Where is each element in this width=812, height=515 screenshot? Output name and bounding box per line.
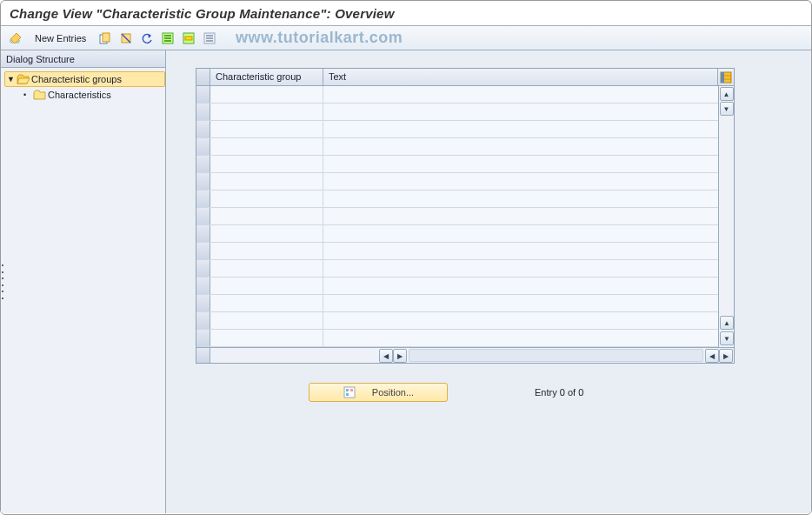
cell-text[interactable] — [323, 138, 718, 155]
cell-input[interactable] — [323, 157, 718, 173]
row-selector[interactable] — [196, 208, 210, 224]
row-selector[interactable] — [196, 138, 210, 155]
cell-characteristic-group[interactable] — [210, 121, 323, 137]
cell-input[interactable] — [210, 104, 323, 121]
scroll-down-button[interactable]: ▼ — [720, 102, 734, 116]
row-selector[interactable] — [196, 104, 210, 120]
cell-characteristic-group[interactable] — [210, 312, 323, 329]
expand-collapse-icon[interactable]: ▼ — [7, 75, 16, 84]
cell-text[interactable] — [323, 156, 718, 172]
splitter-handle[interactable] — [1, 264, 4, 299]
row-selector[interactable] — [196, 173, 210, 190]
cell-text[interactable] — [323, 86, 718, 103]
cell-input[interactable] — [210, 278, 323, 295]
cell-input[interactable] — [323, 226, 718, 243]
grid-col-characteristic-group[interactable]: Characteristic group — [210, 69, 323, 85]
cell-input[interactable] — [210, 226, 323, 243]
cell-text[interactable] — [323, 260, 718, 277]
cell-characteristic-group[interactable] — [210, 330, 323, 346]
cell-text[interactable] — [323, 191, 718, 207]
cell-characteristic-group[interactable] — [210, 156, 323, 172]
grid-configure-button[interactable] — [718, 69, 734, 85]
scroll-up-button[interactable]: ▲ — [720, 87, 734, 101]
cell-characteristic-group[interactable] — [210, 191, 323, 207]
cell-text[interactable] — [323, 278, 718, 294]
grid-select-all-header[interactable] — [196, 69, 210, 85]
cell-input[interactable] — [323, 139, 718, 156]
cell-input[interactable] — [323, 278, 718, 295]
scroll-left-button[interactable]: ◀ — [379, 349, 393, 363]
cell-characteristic-group[interactable] — [210, 138, 323, 155]
copy-as-button[interactable] — [96, 29, 115, 48]
cell-input[interactable] — [210, 174, 323, 191]
scroll-down-button-bottom[interactable]: ▼ — [720, 331, 734, 345]
cell-text[interactable] — [323, 208, 718, 224]
cell-input[interactable] — [210, 209, 323, 225]
cell-characteristic-group[interactable] — [210, 243, 323, 259]
deselect-all-button[interactable] — [200, 29, 219, 48]
cell-text[interactable] — [323, 295, 718, 311]
cell-input[interactable] — [210, 122, 323, 138]
cell-text[interactable] — [323, 121, 718, 137]
cell-characteristic-group[interactable] — [210, 104, 323, 120]
scroll-right-button-end[interactable]: ▶ — [719, 349, 733, 363]
cell-input[interactable] — [323, 191, 718, 208]
cell-input[interactable] — [323, 313, 718, 330]
row-selector[interactable] — [196, 278, 210, 294]
vertical-scrollbar[interactable]: ▲ ▼ ▲ ▼ — [718, 86, 734, 347]
row-selector[interactable] — [196, 156, 210, 172]
row-selector[interactable] — [196, 312, 210, 329]
row-selector[interactable] — [196, 225, 210, 242]
hscroll-track[interactable] — [409, 349, 703, 362]
cell-characteristic-group[interactable] — [210, 173, 323, 190]
select-all-button[interactable] — [158, 29, 177, 48]
cell-text[interactable] — [323, 243, 718, 259]
scroll-left-button-end[interactable]: ◀ — [705, 349, 719, 363]
position-button[interactable]: Position... — [309, 383, 448, 402]
cell-input[interactable] — [210, 331, 323, 347]
tree-node-characteristics[interactable]: • Characteristics — [4, 87, 165, 103]
cell-characteristic-group[interactable] — [210, 278, 323, 294]
cell-input[interactable] — [323, 87, 718, 104]
horizontal-scrollbar[interactable]: ◀ ▶ ◀ ▶ — [196, 347, 734, 363]
tree-node-characteristic-groups[interactable]: ▼ Characteristic groups — [4, 71, 165, 87]
cell-characteristic-group[interactable] — [210, 260, 323, 277]
scroll-up-button-bottom[interactable]: ▲ — [720, 316, 734, 330]
cell-input[interactable] — [323, 209, 718, 225]
row-selector[interactable] — [196, 295, 210, 311]
cell-text[interactable] — [323, 225, 718, 242]
cell-text[interactable] — [323, 104, 718, 120]
cell-input[interactable] — [323, 331, 718, 347]
cell-input[interactable] — [210, 139, 323, 156]
cell-characteristic-group[interactable] — [210, 225, 323, 242]
cell-text[interactable] — [323, 312, 718, 329]
delete-button[interactable] — [116, 29, 136, 48]
cell-characteristic-group[interactable] — [210, 208, 323, 224]
cell-input[interactable] — [323, 122, 718, 138]
cell-input[interactable] — [210, 313, 323, 330]
cell-text[interactable] — [323, 330, 718, 346]
row-selector[interactable] — [196, 260, 210, 277]
row-selector[interactable] — [196, 191, 210, 207]
cell-input[interactable] — [210, 261, 323, 278]
row-selector[interactable] — [196, 243, 210, 259]
cell-characteristic-group[interactable] — [210, 86, 323, 103]
display-change-toggle-button[interactable] — [6, 29, 25, 48]
scroll-right-button[interactable]: ▶ — [393, 349, 407, 363]
new-entries-button[interactable]: New Entries — [27, 29, 94, 48]
row-selector[interactable] — [196, 121, 210, 137]
grid-col-text[interactable]: Text — [323, 69, 718, 85]
cell-input[interactable] — [323, 244, 718, 260]
cell-input[interactable] — [210, 87, 323, 104]
cell-input[interactable] — [323, 261, 718, 278]
select-block-button[interactable] — [179, 29, 198, 48]
cell-characteristic-group[interactable] — [210, 295, 323, 311]
cell-input[interactable] — [210, 157, 323, 173]
row-selector[interactable] — [196, 86, 210, 103]
cell-input[interactable] — [210, 244, 323, 260]
cell-input[interactable] — [210, 191, 323, 208]
cell-input[interactable] — [323, 174, 718, 191]
cell-input[interactable] — [323, 296, 718, 312]
undo-button[interactable] — [137, 29, 156, 48]
cell-text[interactable] — [323, 173, 718, 190]
